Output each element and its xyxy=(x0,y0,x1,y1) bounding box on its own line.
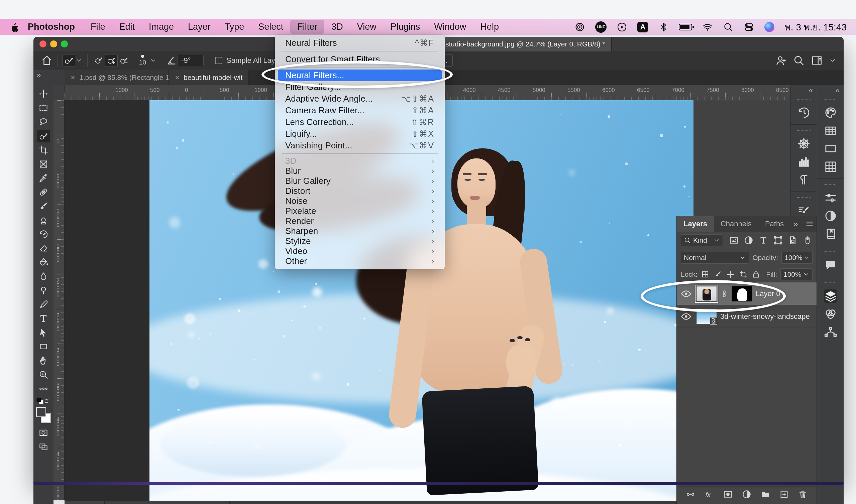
chevron-down-icon[interactable] xyxy=(149,57,157,64)
menu-bar-item-plugins[interactable]: Plugins xyxy=(384,20,427,34)
rectangle-tool[interactable] xyxy=(37,340,50,353)
panel-drag-grip[interactable] xyxy=(824,251,837,254)
add-to-selection-mode-button[interactable] xyxy=(105,54,118,67)
panel-drag-grip[interactable] xyxy=(824,184,837,187)
filter-menu-item-neural-filters[interactable]: Neural Filters^⌘F xyxy=(278,37,442,49)
channels-panel-icon-icon[interactable] xyxy=(824,307,837,321)
line-app-icon[interactable]: LINE xyxy=(595,21,607,33)
minimize-window-button[interactable] xyxy=(50,40,57,48)
filter-menu-item-pixelate[interactable]: Pixelate› xyxy=(278,206,442,216)
menu-bar-item-select[interactable]: Select xyxy=(251,20,290,34)
adjustment-presets-panel-icon[interactable] xyxy=(824,209,837,222)
path-selection-tool[interactable] xyxy=(37,326,50,339)
new-selection-mode-button[interactable] xyxy=(92,54,105,67)
filter-menu-item-liquify[interactable]: Liquify...⇧⌘X xyxy=(278,128,442,140)
share-image-icon[interactable] xyxy=(775,54,787,67)
comments-panel-icon[interactable] xyxy=(824,258,837,272)
eraser-tool[interactable] xyxy=(37,242,50,255)
dodge-tool[interactable] xyxy=(37,284,50,297)
menu-bar-item-edit[interactable]: Edit xyxy=(112,20,142,34)
close-tab-icon[interactable]: × xyxy=(175,73,180,82)
collapse-strip-button[interactable]: « xyxy=(790,85,817,96)
new-adjustment-layer-icon[interactable] xyxy=(742,489,752,499)
lasso-tool[interactable] xyxy=(37,115,50,128)
status-chevron[interactable]: › xyxy=(218,503,221,504)
eyedropper-tool[interactable] xyxy=(37,172,50,184)
filter-menu-item-lens-correction[interactable]: Lens Correction...⇧⌘R xyxy=(278,116,442,128)
document-tab-active[interactable]: ×studio-background.jpg @ 24.7% (Layer 0,… xyxy=(431,37,611,52)
add-layer-mask-icon[interactable] xyxy=(723,489,733,499)
menu-bar-item-photoshop[interactable]: Photoshop xyxy=(21,20,84,34)
paint-bucket-tool[interactable] xyxy=(37,256,50,269)
navigator-panel-icon[interactable] xyxy=(797,137,810,150)
filter-menu-item-render[interactable]: Render› xyxy=(278,216,442,226)
delete-layer-icon[interactable] xyxy=(798,489,808,499)
filter-kind-select[interactable]: Kind xyxy=(681,234,723,246)
chevron-down-icon[interactable] xyxy=(75,57,83,64)
input-source-icon[interactable]: A xyxy=(637,22,648,32)
blend-mode-select[interactable]: Normal xyxy=(681,252,749,264)
fill-field[interactable]: 100% xyxy=(781,268,813,281)
crop-tool[interactable] xyxy=(37,144,50,157)
image-thumb-filter-icon[interactable] xyxy=(729,235,739,245)
filter-menu-item-vanishing-point[interactable]: Vanishing Point...⌥⌘V xyxy=(278,140,442,151)
layers-panel-tab-layers[interactable]: Layers xyxy=(677,216,714,232)
panel-drag-grip[interactable] xyxy=(824,99,837,102)
close-window-button[interactable] xyxy=(39,40,47,48)
brush-tool[interactable] xyxy=(37,200,50,213)
control-center-icon[interactable] xyxy=(744,22,754,32)
edit-toolbar[interactable] xyxy=(37,382,50,395)
color-panel-icon[interactable] xyxy=(824,106,837,119)
shape-square-filter-icon[interactable] xyxy=(773,235,783,245)
filter-menu-item-video[interactable]: Video› xyxy=(278,246,442,256)
layer-name[interactable]: 3d-winter-snowy-landscape xyxy=(720,312,810,321)
paths-panel-icon-icon[interactable] xyxy=(824,325,837,339)
clone-stamp-tool[interactable] xyxy=(37,214,50,227)
apple-menu-icon[interactable] xyxy=(10,21,21,33)
brush-settings-panel-icon[interactable] xyxy=(797,204,810,218)
pen-tool[interactable] xyxy=(37,298,50,311)
quick-mask-button[interactable] xyxy=(37,427,50,439)
filter-menu-item-other[interactable]: Other› xyxy=(278,256,442,266)
workspace-switcher-icon[interactable] xyxy=(811,54,823,67)
menu-bar-item-image[interactable]: Image xyxy=(142,20,181,34)
panel-drag-grip[interactable] xyxy=(797,99,810,102)
wifi-icon[interactable] xyxy=(702,22,713,32)
adjustments-panel-icon[interactable] xyxy=(824,191,837,204)
collapse-strip-button[interactable]: « xyxy=(817,85,844,96)
layers-panel-tab-paths[interactable]: Paths xyxy=(759,216,790,232)
menu-bar-item-view[interactable]: View xyxy=(350,20,384,34)
toggle-filter-icon[interactable] xyxy=(802,235,813,245)
type-tool[interactable] xyxy=(37,312,50,325)
play-circle-icon[interactable] xyxy=(617,22,627,32)
screen-mode-button[interactable] xyxy=(37,440,50,453)
brush-angle-field[interactable]: -9° xyxy=(178,55,203,66)
new-group-icon[interactable] xyxy=(760,489,770,499)
layers-panel-tab-channels[interactable]: Channels xyxy=(714,216,759,232)
half-circle-filter-icon[interactable] xyxy=(744,235,754,245)
libraries-panel-icon[interactable] xyxy=(824,227,837,241)
healing-brush-tool[interactable] xyxy=(37,186,50,199)
filter-menu-item-distort[interactable]: Distort› xyxy=(278,186,442,196)
brush-small-lock-icon[interactable] xyxy=(714,270,722,279)
menu-bar-item-type[interactable]: Type xyxy=(218,20,251,34)
menu-bar-item-3d[interactable]: 3D xyxy=(324,20,350,34)
checkerboard-lock-icon[interactable] xyxy=(701,270,710,279)
panel-drag-grip[interactable] xyxy=(824,283,837,285)
panel-menu-icon[interactable] xyxy=(805,218,814,230)
tool-preset-button[interactable] xyxy=(63,54,75,67)
filter-menu-item-noise[interactable]: Noise› xyxy=(278,196,442,206)
filter-menu-item-blur-gallery[interactable]: Blur Gallery› xyxy=(278,176,442,186)
menu-bar-clock[interactable]: พ. 3 พ.ย. 15:43 xyxy=(784,20,846,34)
battery-icon[interactable] xyxy=(679,24,692,31)
opacity-field[interactable]: 100% xyxy=(781,252,813,264)
sample-all-layers-checkbox[interactable] xyxy=(215,57,222,64)
zoom-window-button[interactable] xyxy=(61,40,68,48)
blur-tool[interactable] xyxy=(37,270,50,283)
search-icon[interactable] xyxy=(793,54,805,67)
panel-drag-grip[interactable] xyxy=(797,197,810,200)
swap-colors-icon[interactable] xyxy=(43,398,50,404)
filter-menu-item-sharpen[interactable]: Sharpen› xyxy=(278,226,442,236)
filter-menu-item-stylize[interactable]: Stylize› xyxy=(278,236,442,246)
chevron-down-icon[interactable] xyxy=(829,57,836,64)
